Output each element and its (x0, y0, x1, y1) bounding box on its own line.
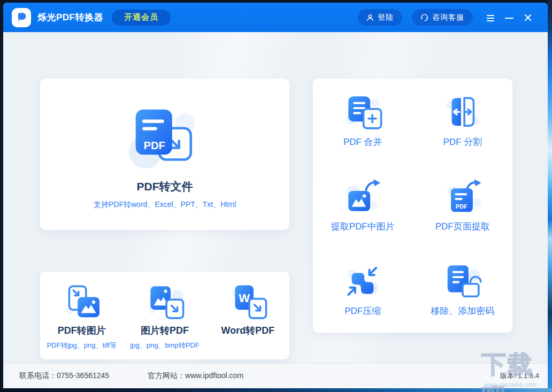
login-button[interactable]: 登陆 (358, 9, 402, 26)
version-label: 版本: 1.1.6.4 (500, 371, 539, 381)
tile-extract-pages[interactable]: PDF PDF页面提取 (413, 163, 513, 248)
tile-title: 移除、添加密码 (431, 305, 494, 317)
tile-pdf-merge[interactable]: PDF 合并 (313, 79, 413, 163)
svg-text:PDF: PDF (143, 140, 165, 151)
tile-pdf-to-image[interactable]: PDF转图片 PDF转jpg、png、tiff等 (40, 272, 123, 359)
tile-pdf-compress[interactable]: PDF压缩 (313, 248, 413, 332)
tile-word-to-pdf[interactable]: W Word转PDF (206, 272, 289, 359)
contact-phone: 联系电话：0755-36561245 (19, 371, 109, 381)
tile-password[interactable]: 移除、添加密码 (413, 248, 513, 332)
tile-title: PDF 合并 (343, 136, 382, 148)
pdf-compress-icon (341, 264, 385, 299)
app-logo-icon (12, 8, 31, 27)
pdf-to-image-icon (60, 285, 104, 320)
tile-title: PDF页面提取 (435, 220, 490, 233)
tile-title: PDF 分割 (443, 136, 482, 148)
app-title: 烁光PDF转换器 (37, 11, 103, 24)
tile-image-to-pdf[interactable]: 图片转PDF jpg、png、bmp转PDF (123, 272, 206, 359)
user-icon (366, 14, 374, 21)
tile-title: PDF转文件 (137, 179, 193, 194)
pdf-to-file-icon: PDF (128, 106, 202, 171)
open-membership-button[interactable]: 开通会员 (112, 10, 171, 26)
tile-title: 图片转PDF (141, 324, 189, 337)
menu-icon[interactable] (486, 13, 495, 22)
wallpaper-bottom-strip (0, 388, 552, 392)
word-to-pdf-icon: W (226, 285, 270, 320)
tile-subtitle: jpg、png、bmp转PDF (130, 341, 199, 350)
tile-title: Word转PDF (221, 324, 274, 337)
tile-pdf-to-file[interactable]: PDF PDF转文件 支持PDF转word、Excel、PPT、Txt、Html (40, 79, 289, 230)
pdf-merge-icon (341, 95, 385, 130)
app-window: 烁光PDF转换器 开通会员 登陆 (3, 3, 548, 388)
minimize-icon[interactable] (504, 13, 514, 22)
tile-title: PDF压缩 (344, 305, 381, 317)
extract-pages-icon: PDF (441, 179, 485, 214)
desktop-wallpaper: 烁光PDF转换器 开通会员 登陆 (0, 0, 552, 392)
pdf-split-icon (441, 95, 485, 130)
svg-text:PDF: PDF (455, 203, 467, 210)
tile-subtitle: 支持PDF转word、Excel、PPT、Txt、Html (94, 200, 236, 210)
tile-title: 提取PDF中图片 (331, 220, 395, 233)
image-to-pdf-icon (143, 285, 187, 320)
official-website: 官方网站：www.ipdftool.com (148, 371, 243, 381)
footer-bar: 联系电话：0755-36561245 官方网站：www.ipdftool.com… (3, 363, 548, 388)
headset-icon (420, 13, 428, 21)
converter-card: PDF转图片 PDF转jpg、png、tiff等 (40, 272, 289, 359)
tools-card: PDF 合并 (313, 79, 512, 333)
extract-images-icon (341, 179, 385, 214)
tile-extract-images[interactable]: 提取PDF中图片 (313, 163, 413, 248)
customer-service-button[interactable]: 咨询客服 (412, 9, 473, 26)
tile-pdf-split[interactable]: PDF 分割 (413, 79, 513, 163)
wallpaper-right-strip (548, 0, 552, 392)
password-lock-icon (441, 264, 485, 299)
close-icon[interactable] (523, 13, 533, 22)
svg-text:W: W (239, 291, 250, 305)
titlebar: 烁光PDF转换器 开通会员 登陆 (3, 3, 548, 32)
main-area: PDF PDF转文件 支持PDF转word、Excel、PPT、Txt、Html (3, 32, 548, 364)
tile-title: PDF转图片 (58, 324, 106, 337)
tile-subtitle: PDF转jpg、png、tiff等 (47, 341, 117, 350)
